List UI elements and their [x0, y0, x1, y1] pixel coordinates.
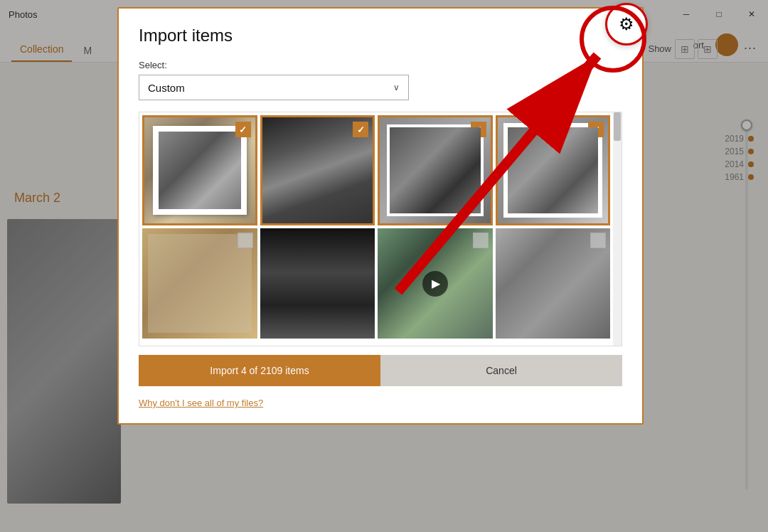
checkmark-icon-4: ✓ — [592, 124, 600, 135]
checkbox-8[interactable] — [590, 233, 606, 248]
scrollbar-thumb[interactable] — [614, 112, 621, 141]
grid-item-2[interactable]: ✓ — [260, 115, 375, 225]
grid-item-6[interactable] — [260, 228, 375, 339]
select-value: Custom — [148, 82, 185, 94]
grid-item-7[interactable]: ▶ — [378, 228, 493, 339]
checkmark-icon-2: ✓ — [357, 124, 365, 135]
settings-button[interactable]: ⚙ — [605, 3, 648, 46]
help-link[interactable]: Why don't I see all of my files? — [139, 398, 263, 408]
chevron-down-icon: ∨ — [393, 83, 400, 92]
grid-item-8[interactable] — [496, 228, 611, 339]
select-label: Select: — [139, 60, 622, 70]
grid-item-4[interactable]: ✓ — [496, 115, 611, 225]
modal-footer: Import 4 of 2109 items Cancel Why don't … — [139, 355, 622, 409]
select-custom-dropdown[interactable]: Custom ∨ — [139, 75, 409, 100]
checkbox-4[interactable]: ✓ — [588, 122, 604, 137]
play-icon: ▶ — [432, 277, 440, 290]
grid-item-1[interactable]: ✓ — [142, 115, 257, 225]
checkbox-2[interactable]: ✓ — [353, 122, 368, 137]
footer-buttons: Import 4 of 2109 items Cancel — [139, 355, 622, 386]
checkbox-1[interactable]: ✓ — [235, 122, 251, 137]
grid-item-5[interactable] — [142, 228, 257, 339]
import-modal: ⚙ Import items Select: Custom ∨ ✓ ✓ — [117, 7, 644, 425]
checkbox-3[interactable]: ✓ — [471, 122, 486, 137]
checkmark-icon-3: ✓ — [474, 124, 482, 135]
scrollbar[interactable] — [613, 112, 622, 346]
import-button[interactable]: Import 4 of 2109 items — [139, 355, 380, 386]
checkmark-icon-1: ✓ — [239, 124, 247, 135]
modal-title: Import items — [139, 26, 622, 46]
image-grid-container: ✓ ✓ ✓ ✓ — [139, 112, 622, 346]
grid-item-3[interactable]: ✓ — [378, 115, 493, 225]
checkbox-7[interactable] — [473, 233, 489, 248]
image-grid: ✓ ✓ ✓ ✓ — [139, 112, 622, 341]
play-button-7[interactable]: ▶ — [422, 271, 448, 297]
cancel-button[interactable]: Cancel — [380, 355, 622, 386]
checkbox-5[interactable] — [238, 233, 253, 248]
